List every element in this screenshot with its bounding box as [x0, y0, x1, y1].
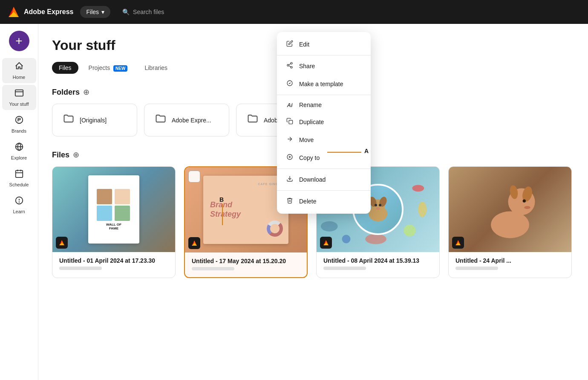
svg-rect-56 — [289, 120, 293, 124]
file-meta-4 — [455, 267, 498, 270]
adobe-badge-4 — [452, 237, 464, 249]
adobe-badge-1 — [56, 237, 68, 249]
svg-point-14 — [19, 202, 19, 202]
files-dropdown-label: Files — [86, 9, 99, 15]
edit-icon — [285, 40, 294, 49]
svg-point-52 — [291, 67, 292, 68]
tab-projects[interactable]: Projects NEW — [82, 62, 135, 74]
svg-point-45 — [523, 200, 526, 203]
sidebar-item-learn-label: Learn — [13, 209, 25, 214]
file-card-4[interactable]: Untitled - 24 April ... — [448, 166, 572, 278]
projects-new-badge: NEW — [113, 65, 127, 72]
app-logo: Adobe Express — [7, 5, 73, 19]
file-card-4-body: Untitled - 24 April ... — [449, 252, 571, 277]
menu-item-delete[interactable]: Delete — [277, 192, 371, 210]
folders-section-title: Folders — [52, 88, 80, 97]
svg-line-54 — [289, 64, 291, 65]
folders-add-button[interactable]: ⊕ — [83, 87, 89, 97]
menu-copy-to-label: Copy to — [299, 154, 320, 161]
file-select-checkbox-2[interactable] — [188, 171, 200, 183]
share-icon — [285, 62, 294, 70]
files-add-button[interactable]: ⊕ — [73, 150, 79, 160]
file-name-3: Untitled - 08 April 2024 at 15.39.13 — [323, 257, 432, 264]
svg-point-41 — [491, 212, 529, 238]
file-meta-3 — [323, 267, 366, 270]
brand-strategy-preview: CAFE GINGER BrandStrategy — [203, 176, 288, 244]
svg-rect-8 — [15, 171, 23, 178]
menu-move-label: Move — [299, 136, 314, 143]
sidebar-item-brands-label: Brands — [12, 128, 26, 133]
sidebar-item-brands[interactable]: Brands — [2, 112, 36, 137]
svg-rect-4 — [15, 90, 23, 96]
rename-icon: Ai — [285, 102, 294, 108]
chevron-down-icon: ▾ — [101, 9, 104, 15]
folder-card-originals[interactable]: [Originals] — [52, 104, 137, 136]
brands-icon — [14, 115, 24, 127]
sidebar-item-schedule-label: Schedule — [9, 182, 29, 187]
topbar: Adobe Express Files ▾ 🔍 Search files — [0, 0, 588, 24]
move-icon — [285, 136, 294, 144]
menu-item-download[interactable]: Download — [277, 171, 371, 189]
home-icon — [14, 61, 24, 73]
sidebar-item-your-stuff[interactable]: Your stuff — [2, 85, 36, 110]
divider-1 — [277, 55, 371, 55]
sidebar-item-explore-label: Explore — [11, 155, 27, 160]
folder-icon — [63, 113, 75, 128]
files-dropdown[interactable]: Files ▾ — [80, 6, 110, 18]
svg-point-30 — [418, 202, 427, 217]
svg-point-27 — [404, 225, 416, 237]
file-card-1[interactable]: WALL OFFAME Untitled - 01 April 2024 at … — [52, 166, 176, 278]
sidebar-item-explore[interactable]: Explore — [2, 139, 36, 164]
menu-item-edit[interactable]: Edit — [277, 35, 371, 53]
folder-icon-3 — [247, 113, 259, 128]
svg-point-29 — [342, 235, 351, 244]
explore-icon — [14, 142, 24, 154]
menu-rename-label: Rename — [299, 102, 322, 108]
copy-to-icon — [285, 154, 294, 162]
menu-duplicate-label: Duplicate — [299, 119, 324, 125]
golden-retriever-silhouette — [472, 171, 548, 248]
make-template-icon — [285, 80, 294, 88]
menu-item-rename[interactable]: Ai Rename — [277, 97, 371, 113]
sidebar-item-home[interactable]: Home — [2, 58, 36, 83]
plus-icon: + — [15, 34, 22, 48]
svg-point-51 — [287, 64, 289, 66]
annotation-a-line — [327, 152, 361, 153]
svg-line-53 — [289, 66, 291, 67]
file-name-2: Untitled - 17 May 2024 at 15.20.20 — [192, 258, 300, 264]
menu-item-duplicate[interactable]: Duplicate — [277, 113, 371, 131]
add-button[interactable]: + — [9, 31, 29, 51]
context-menu: Edit Share Make a template Ai Rename Dup… — [277, 32, 371, 214]
file-card-3-body: Untitled - 08 April 2024 at 15.39.13 — [317, 252, 439, 277]
divider-2 — [277, 95, 371, 95]
tab-files[interactable]: Files — [52, 62, 78, 74]
file-meta-1 — [59, 267, 102, 270]
annotation-b-label: B — [219, 196, 224, 203]
svg-point-26 — [321, 221, 338, 232]
divider-4 — [277, 190, 371, 191]
file-name-4: Untitled - 24 April ... — [455, 257, 565, 264]
tab-libraries[interactable]: Libraries — [138, 62, 174, 74]
app-name: Adobe Express — [24, 8, 73, 16]
wall-of-fame-preview: WALL OFFAME — [88, 175, 139, 244]
menu-item-make-template[interactable]: Make a template — [277, 75, 371, 93]
search-bar[interactable]: 🔍 Search files — [122, 9, 164, 15]
file-name-1: Untitled - 01 April 2024 at 17.23.30 — [59, 257, 168, 264]
folder-name-originals: [Originals] — [80, 117, 107, 124]
sidebar-item-your-stuff-label: Your stuff — [9, 102, 29, 107]
sidebar-item-schedule[interactable]: Schedule — [2, 165, 36, 191]
menu-download-label: Download — [299, 176, 326, 183]
divider-3 — [277, 168, 371, 169]
sidebar-item-learn[interactable]: Learn — [2, 192, 36, 218]
menu-item-share[interactable]: Share — [277, 57, 371, 75]
folder-icon-2 — [155, 113, 167, 128]
menu-item-move[interactable]: Move — [277, 131, 371, 149]
folder-name-adobe-expre: Adobe Expre... — [172, 117, 211, 124]
delete-icon — [285, 197, 294, 206]
svg-point-37 — [376, 207, 380, 210]
file-thumb-4 — [449, 167, 571, 252]
adobe-express-logo-icon — [7, 5, 20, 19]
folder-card-adobe-expre[interactable]: Adobe Expre... — [144, 104, 229, 136]
search-placeholder: Search files — [133, 9, 164, 15]
file-card-2-body: Untitled - 17 May 2024 at 15.20.20 — [185, 252, 307, 277]
